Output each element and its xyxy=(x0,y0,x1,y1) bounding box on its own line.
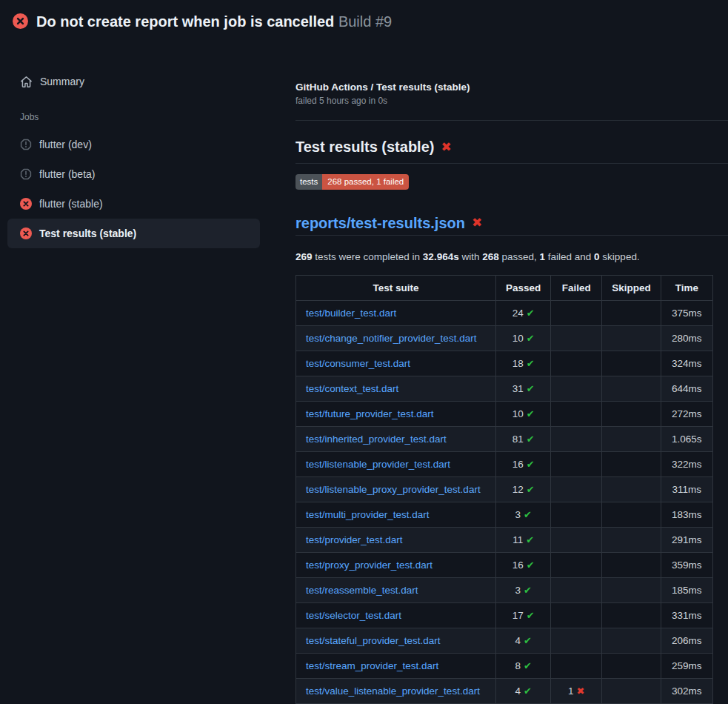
table-row: test/selector_test.dart 17✔ 331ms xyxy=(296,602,713,628)
skipped-cell xyxy=(602,476,661,502)
table-row: test/inherited_provider_test.dart 81✔ 1.… xyxy=(296,426,713,451)
pass-check-icon: ✔ xyxy=(527,611,535,620)
failed-cell xyxy=(551,401,602,426)
skipped-cell xyxy=(602,678,661,703)
passed-cell: 11✔ xyxy=(496,527,551,552)
skipped-cell xyxy=(602,602,661,628)
skipped-cell xyxy=(602,401,661,426)
skipped-cell xyxy=(602,325,661,351)
test-suite-link[interactable]: test/listenable_provider_test.dart xyxy=(306,459,450,470)
job-label: flutter (beta) xyxy=(39,168,95,180)
time-cell: 259ms xyxy=(661,653,712,678)
skipped-cell xyxy=(602,351,661,376)
pass-check-icon: ✔ xyxy=(527,459,535,469)
table-row: test/consumer_test.dart 18✔ 324ms xyxy=(296,351,713,376)
skipped-cell xyxy=(602,527,661,552)
check-heading: Test results (stable) ✖ xyxy=(295,137,728,164)
table-row: test/listenable_proxy_provider_test.dart… xyxy=(296,476,713,502)
test-suite-link[interactable]: test/proxy_provider_test.dart xyxy=(306,559,433,571)
failed-cell xyxy=(551,476,602,502)
check-heading-text: Test results (stable) xyxy=(295,137,434,156)
header-divider xyxy=(295,120,728,121)
sidebar-job-item-flutter-dev-[interactable]: flutter (dev) xyxy=(7,130,260,159)
table-row: test/stateful_provider_test.dart 4✔ 206m… xyxy=(296,628,713,653)
table-row: test/context_test.dart 31✔ 644ms xyxy=(296,376,713,401)
test-suite-link[interactable]: test/multi_provider_test.dart xyxy=(306,509,430,520)
col-header-failed: Failed xyxy=(551,275,602,300)
skipped-cell xyxy=(602,300,661,325)
table-header-row: Test suite Passed Failed Skipped Time xyxy=(296,275,713,300)
table-row: test/multi_provider_test.dart 3✔ 183ms xyxy=(296,502,713,527)
pass-check-icon: ✔ xyxy=(527,384,535,393)
time-cell: 331ms xyxy=(661,602,712,628)
failed-cell xyxy=(551,628,602,653)
time-cell: 272ms xyxy=(661,401,712,426)
test-suite-link[interactable]: test/builder_test.dart xyxy=(306,308,396,319)
failed-cell xyxy=(551,502,602,527)
passed-cell: 17✔ xyxy=(496,602,551,628)
cancelled-stop-icon xyxy=(20,168,32,180)
pass-check-icon: ✔ xyxy=(527,409,535,419)
report-file-link[interactable]: reports/test-results.json xyxy=(295,213,465,233)
time-cell: 280ms xyxy=(661,325,712,351)
tests-summary-line: 269 tests were completed in 32.964s with… xyxy=(295,251,728,262)
sidebar-job-item-flutter-beta-[interactable]: flutter (beta) xyxy=(7,159,260,189)
test-suite-link[interactable]: test/future_provider_test.dart xyxy=(306,408,434,419)
failed-cell xyxy=(551,552,602,577)
sidebar-job-item-flutter-stable-[interactable]: flutter (stable) xyxy=(7,189,260,219)
time-cell: 324ms xyxy=(661,351,712,376)
col-header-skipped: Skipped xyxy=(602,275,661,300)
skipped-cell xyxy=(602,552,661,577)
failed-x-circle-icon xyxy=(20,228,32,239)
failed-cell xyxy=(551,451,602,476)
passed-cell: 24✔ xyxy=(496,300,551,325)
test-results-table: Test suite Passed Failed Skipped Time te… xyxy=(295,275,713,704)
test-suite-link[interactable]: test/stream_provider_test.dart xyxy=(306,660,438,671)
test-suite-link[interactable]: test/reassemble_test.dart xyxy=(306,585,418,596)
test-suite-link[interactable]: test/stateful_provider_test.dart xyxy=(306,635,441,646)
test-suite-link[interactable]: test/listenable_proxy_provider_test.dart xyxy=(306,484,481,495)
job-label: flutter (stable) xyxy=(39,198,103,210)
home-icon xyxy=(20,76,33,88)
table-row: test/proxy_provider_test.dart 16✔ 359ms xyxy=(296,552,713,577)
test-suite-link[interactable]: test/value_listenable_provider_test.dart xyxy=(306,685,480,697)
test-suite-link[interactable]: test/context_test.dart xyxy=(306,383,398,394)
job-label: Test results (stable) xyxy=(39,228,136,239)
tests-status-badge: tests 268 passed, 1 failed xyxy=(295,174,409,190)
test-suite-link[interactable]: test/selector_test.dart xyxy=(306,610,401,621)
skipped-cell xyxy=(602,376,661,401)
sidebar: Summary Jobs flutter (dev) flutter (beta… xyxy=(0,41,284,248)
skipped-cell xyxy=(602,628,661,653)
pass-check-icon: ✔ xyxy=(527,359,535,368)
test-suite-link[interactable]: test/inherited_provider_test.dart xyxy=(306,434,447,445)
col-header-passed: Passed xyxy=(496,275,551,300)
badge-label: tests xyxy=(295,174,322,190)
failed-cell xyxy=(551,426,602,451)
sidebar-item-summary[interactable]: Summary xyxy=(7,75,260,88)
passed-cell: 16✔ xyxy=(496,451,551,476)
col-header-test-suite: Test suite xyxy=(296,275,496,300)
time-cell: 291ms xyxy=(661,527,712,552)
test-suite-link[interactable]: test/consumer_test.dart xyxy=(306,358,410,369)
table-row: test/future_provider_test.dart 10✔ 272ms xyxy=(296,401,713,426)
table-row: test/provider_test.dart 11✔ 291ms xyxy=(296,527,713,552)
failed-cell xyxy=(551,351,602,376)
failed-x-circle-icon xyxy=(20,198,32,210)
passed-cell: 4✔ xyxy=(496,628,551,653)
badge-value: 268 passed, 1 failed xyxy=(322,174,409,190)
table-row: test/stream_provider_test.dart 8✔ 259ms xyxy=(296,653,713,678)
jobs-list: flutter (dev) flutter (beta) flutter (st… xyxy=(7,130,260,248)
sidebar-job-item-test-results-stable-[interactable]: Test results (stable) xyxy=(7,219,260,248)
breadcrumb: GitHub Actions / Test results (stable) xyxy=(295,82,728,93)
job-label: flutter (dev) xyxy=(39,139,92,150)
table-row: test/value_listenable_provider_test.dart… xyxy=(296,678,713,703)
failed-x-circle-icon xyxy=(13,13,28,29)
passed-cell: 3✔ xyxy=(496,502,551,527)
passed-cell: 10✔ xyxy=(496,401,551,426)
build-title-text: Do not create report when job is cancell… xyxy=(36,13,334,30)
failed-cross-icon: ✖ xyxy=(472,216,482,229)
test-suite-link[interactable]: test/provider_test.dart xyxy=(306,534,403,545)
passed-cell: 12✔ xyxy=(496,476,551,502)
test-suite-link[interactable]: test/change_notifier_provider_test.dart xyxy=(306,333,476,344)
time-cell: 359ms xyxy=(661,552,712,577)
